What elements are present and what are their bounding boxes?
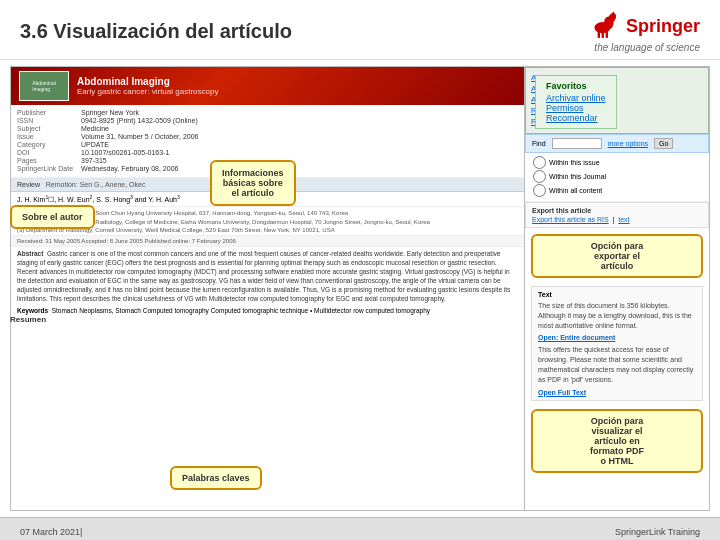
abstract-text: Gastric cancer is one of the most common…: [17, 250, 510, 302]
palabras-clave-balloon: Palabras claves: [170, 466, 262, 490]
radio-this-issue[interactable]: [533, 156, 546, 169]
sobre-autor-balloon: Sobre el autor: [10, 205, 95, 229]
pdf-balloon-text: Opción para visualizar el artículo en fo…: [590, 416, 644, 466]
text-content-1: The size of this document is 356 kilobyt…: [538, 301, 696, 330]
export-ris-link[interactable]: Export this article as RIS: [532, 216, 609, 223]
svg-rect-3: [598, 32, 600, 38]
received-line: Received: 31 May 2005 Accepted: 8 June 2…: [11, 235, 524, 247]
springer-brand: Springer: [626, 16, 700, 37]
page-title: 3.6 Visualización del artículo: [20, 20, 292, 43]
resumen-label: Resumen: [10, 315, 46, 324]
palabras-clave-text: Palabras claves: [182, 473, 250, 483]
radio-row-2: Within this Journal: [533, 170, 701, 183]
springer-horse-icon: [588, 10, 620, 42]
keywords-text: Stomach Neoplasms, Stomach Computed tomo…: [52, 307, 430, 314]
radio-all-content[interactable]: [533, 184, 546, 197]
text-title: Text: [538, 291, 696, 298]
text-section: Text The size of this document is 356 ki…: [531, 286, 703, 401]
footer-copyright: SpringerLink Training: [615, 527, 700, 537]
article-thumbnail: AbdominalImaging: [19, 71, 69, 101]
export-title: Export this article: [532, 207, 702, 214]
radio-this-journal-label: Within this Journal: [549, 173, 606, 180]
footer-date: 07 March 2021|: [20, 527, 82, 537]
doi-label: DOI: [17, 149, 77, 156]
authors-text: J. H. Kim1☐, H. W. Eun2, S. S. Hong3 and…: [17, 196, 180, 203]
export-section: Export this article Export this article …: [525, 202, 709, 228]
recomendar-link[interactable]: Recomendar: [546, 113, 606, 123]
favoritos-balloon: Favoritos Archivar online Permisos Recom…: [535, 75, 617, 129]
subject-value: Medicine: [81, 125, 109, 132]
doi-value: 10.1007/s00261-005-0163-1: [81, 149, 169, 156]
radio-this-journal[interactable]: [533, 170, 546, 183]
publisher-label: Publisher: [17, 109, 77, 116]
archivar-link[interactable]: Archivar online: [546, 93, 606, 103]
export-balloon-text: Opción para exportar el artículo: [591, 241, 644, 271]
pages-label: Pages: [17, 157, 77, 164]
radio-row-1: Within this issue: [533, 156, 701, 169]
abstract-area: Abstract Gastric cancer is one of the mo…: [11, 247, 524, 306]
category-label: Category: [17, 141, 77, 148]
springer-tagline: the language of science: [594, 42, 700, 53]
right-sidebar: Add to marked items Add to shopping cart…: [524, 67, 709, 510]
radio-options: Within this issue Within this Journal Wi…: [525, 153, 709, 202]
pages-value: 397-315: [81, 157, 107, 164]
find-input[interactable]: [552, 138, 602, 149]
page-header: 3.6 Visualización del artículo Springer …: [0, 0, 720, 60]
open-full-text-link[interactable]: Open Full Text: [538, 389, 696, 396]
radio-row-3: Within all content: [533, 184, 701, 197]
springer-logo: Springer the language of science: [588, 10, 700, 53]
abstract-label: Abstract: [17, 250, 43, 257]
export-balloon: Opción para exportar el artículo: [531, 234, 703, 278]
export-text-link[interactable]: text: [618, 216, 629, 223]
content-area: AbdominalImaging Abdominal Imaging Early…: [10, 66, 710, 511]
issn-value: 0942-8925 (Print) 1432-0509 (Online): [81, 117, 198, 124]
pdf-balloon: Opción para visualizar el artículo en fo…: [531, 409, 703, 473]
balloon-wrapper: Opción para exportar el artículo Text Th…: [525, 228, 709, 479]
informaciones-balloon: Informaciones básicas sobre el artículo: [210, 160, 296, 206]
article-title-block: Abdominal Imaging Early gastric cancer: …: [77, 76, 516, 96]
keywords-label: Keywords: [17, 307, 48, 314]
more-options-link[interactable]: more options: [608, 140, 648, 147]
favoritos-label: Favoritos: [546, 81, 606, 91]
open-entire-link[interactable]: Open: Entire document: [538, 334, 696, 341]
svg-rect-4: [602, 32, 604, 38]
springerlink-label: SpringerLink Date: [17, 165, 77, 172]
publisher-value: Springer New York: [81, 109, 139, 116]
keywords-area: Keywords Stomach Neoplasms, Stomach Comp…: [11, 305, 524, 316]
issn-label: ISSN: [17, 117, 77, 124]
find-label: Find: [532, 140, 546, 147]
radio-this-issue-label: Within this issue: [549, 159, 600, 166]
find-bar: Find more options Go: [525, 134, 709, 153]
article-panel: AbdominalImaging Abdominal Imaging Early…: [11, 67, 524, 510]
subject-label: Subject: [17, 125, 77, 132]
permisos-link[interactable]: Permisos: [546, 103, 606, 113]
text-content-2: This offers the quickest access for ease…: [538, 345, 696, 384]
journal-name: Abdominal Imaging: [77, 76, 516, 87]
article-title: Early gastric cancer: virtual gastroscop…: [77, 87, 516, 96]
sobre-autor-text: Sobre el autor: [22, 212, 83, 222]
category-value: UPDATE: [81, 141, 109, 148]
article-header: AbdominalImaging Abdominal Imaging Early…: [11, 67, 524, 105]
informaciones-balloon-text: Informaciones básicas sobre el artículo: [222, 168, 284, 198]
springerlink-value: Wednesday, February 08, 2006: [81, 165, 178, 172]
radio-all-content-label: Within all content: [549, 187, 602, 194]
issue-label: Issue: [17, 133, 77, 140]
svg-rect-5: [606, 32, 608, 38]
footer: 07 March 2021| SpringerLink Training: [0, 517, 720, 540]
issue-value: Volume 31, Number 5 / October, 2006: [81, 133, 199, 140]
go-button[interactable]: Go: [654, 138, 673, 149]
